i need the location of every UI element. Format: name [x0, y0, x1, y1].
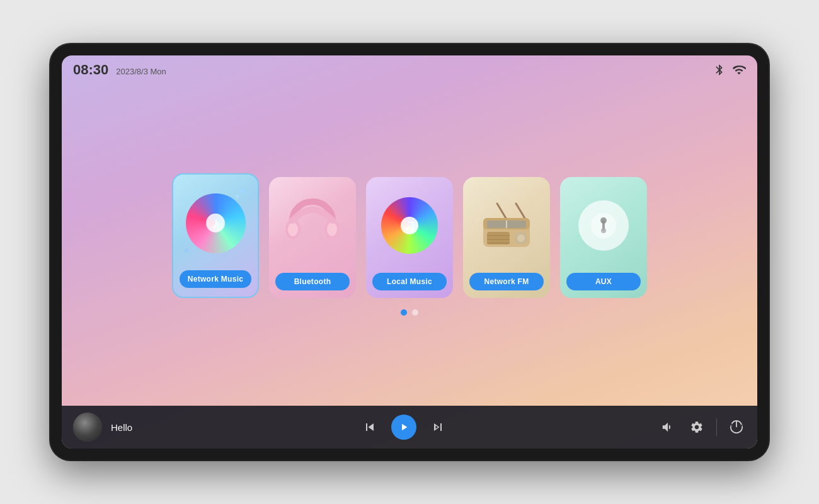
local-disc-icon: ♫	[381, 197, 438, 254]
card-aux[interactable]: AUX	[560, 177, 647, 298]
svg-point-21	[601, 228, 606, 233]
power-button[interactable]	[727, 418, 746, 437]
next-icon	[430, 420, 445, 435]
settings-icon	[690, 420, 704, 434]
player-controls	[158, 415, 650, 440]
cards-row: ♪ Network Music	[172, 173, 647, 298]
disc-icon: ♪	[186, 193, 246, 253]
top-right-icons	[713, 63, 746, 77]
dot-2[interactable]	[412, 309, 418, 316]
pagination-dots	[401, 309, 418, 316]
network-music-image: ♪	[181, 182, 250, 264]
network-fm-button[interactable]: Network FM	[469, 273, 544, 290]
svg-point-15	[517, 234, 525, 242]
next-button[interactable]	[428, 417, 448, 437]
bluetooth-button[interactable]: Bluetooth	[275, 273, 350, 290]
bluetooth-icon	[713, 64, 726, 76]
local-music-button[interactable]: Local Music	[372, 273, 447, 290]
volume-icon	[661, 420, 675, 434]
song-title: Hello	[111, 422, 149, 433]
time-display: 08:30	[73, 62, 108, 78]
svg-point-5	[327, 222, 337, 236]
local-note: ♫	[403, 215, 416, 236]
network-music-button[interactable]: Network Music	[180, 270, 251, 288]
local-music-image: ♫	[375, 185, 444, 266]
screen: 08:30 2023/8/3 Mon	[62, 55, 757, 449]
svg-line-6	[516, 203, 525, 219]
player-bar: Hello	[62, 406, 757, 449]
bluetooth-image	[278, 185, 347, 266]
card-bluetooth[interactable]: Bluetooth	[269, 177, 356, 298]
player-right-controls	[658, 418, 746, 437]
aux-image	[569, 185, 638, 266]
dot-1[interactable]	[401, 309, 407, 316]
settings-button[interactable]	[687, 418, 706, 437]
top-bar: 08:30 2023/8/3 Mon	[62, 55, 757, 82]
date-display: 2023/8/3 Mon	[116, 67, 166, 76]
card-network-fm[interactable]: Network FM	[463, 177, 550, 298]
music-note: ♪	[212, 214, 219, 232]
device-frame: P2 MRP 2206 08:30 2023/8/3 Mon	[50, 44, 769, 460]
play-icon	[398, 421, 410, 433]
aux-circle	[578, 200, 629, 251]
main-content: ♪ Network Music	[62, 82, 757, 406]
aux-plug-svg	[590, 212, 617, 239]
network-fm-image	[472, 185, 541, 266]
svg-line-7	[497, 203, 507, 219]
power-icon	[730, 420, 743, 434]
headphone-svg	[284, 194, 341, 257]
top-left: 08:30 2023/8/3 Mon	[73, 62, 166, 78]
svg-rect-10	[487, 232, 510, 244]
album-art-inner	[73, 413, 102, 442]
radio-svg	[478, 200, 535, 251]
aux-button[interactable]: AUX	[566, 273, 641, 290]
card-network-music[interactable]: ♪ Network Music	[172, 173, 259, 298]
wifi-icon	[732, 63, 746, 77]
divider	[716, 418, 717, 436]
play-button[interactable]	[391, 415, 416, 440]
prev-button[interactable]	[360, 417, 380, 437]
svg-point-3	[288, 222, 298, 236]
volume-button[interactable]	[658, 418, 677, 437]
card-local-music[interactable]: ♫ Local Music	[366, 177, 453, 298]
album-art	[73, 413, 102, 442]
prev-icon	[362, 420, 377, 435]
